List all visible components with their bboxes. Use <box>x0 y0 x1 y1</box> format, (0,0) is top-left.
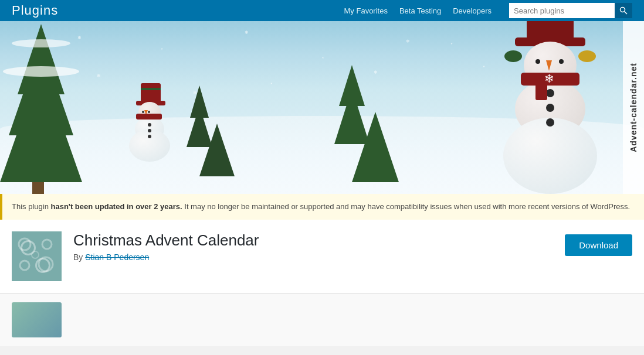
snowman-big-eye-left <box>535 59 540 64</box>
tree-snow-1 <box>3 66 79 77</box>
snowman-button-2 <box>148 129 151 132</box>
warning-prefix: This plugin <box>12 202 50 211</box>
tree-left <box>0 21 82 194</box>
warning-notice: This plugin hasn't been updated in over … <box>0 194 644 220</box>
snowman-big-button-3 <box>546 118 554 127</box>
tree-middle-right <box>352 77 399 182</box>
snowman-big-eye-right <box>559 59 564 64</box>
snow-scene: ❄ * ❄ * ❄ * ❄ * ❄ * ❄ * ❄ * <box>0 21 644 194</box>
top-navigation: Plugins My Favorites Beta Testing Develo… <box>0 0 644 21</box>
plugin-author-line: By Stian B Pedersen <box>73 252 553 262</box>
svg-rect-2 <box>12 231 62 281</box>
nav-beta-testing[interactable]: Beta Testing <box>399 6 441 15</box>
warning-bold: hasn't been updated in over 2 years. <box>50 202 182 211</box>
hero-banner: ❄ * ❄ * ❄ * ❄ * ❄ * ❄ * ❄ * <box>0 21 644 194</box>
nav-links: My Favorites Beta Testing Developers <box>344 6 492 15</box>
snowman-big-hat-top <box>527 21 574 37</box>
author-prefix: By <box>73 252 85 262</box>
hat-stripe <box>141 88 161 90</box>
search-icon <box>619 6 628 15</box>
warning-suffix: It may no longer be maintained or suppor… <box>182 202 631 211</box>
snowman-button-3 <box>148 135 151 138</box>
snowman-big-button-2 <box>546 104 554 112</box>
nav-my-favorites[interactable]: My Favorites <box>344 6 388 15</box>
hat-top <box>141 83 161 101</box>
snowman-big-body-bottom <box>503 118 597 194</box>
tree-snow-2 <box>12 39 70 47</box>
snowman-big-glove-right <box>578 50 596 62</box>
plugin-info-section: Christmas Advent Calendar By Stian B Ped… <box>0 220 644 293</box>
svg-line-1 <box>625 12 628 15</box>
snowman-small <box>129 129 170 162</box>
plugin-thumbnail-row <box>0 293 644 346</box>
search-input[interactable] <box>509 3 615 18</box>
snowman-big-button-1 <box>546 89 554 97</box>
tree-middle-left <box>199 100 235 176</box>
snowman-scarf <box>136 114 162 120</box>
search-area <box>509 3 632 18</box>
tree-tier-3 <box>18 24 65 94</box>
snowman-big-nose <box>546 60 552 71</box>
snowflake-on-scarf: ❄ <box>544 71 554 86</box>
watermark: Advent-calendar.net <box>623 21 644 194</box>
nav-developers[interactable]: Developers <box>453 6 492 15</box>
watermark-text: Advent-calendar.net <box>629 63 638 152</box>
snowman-button-1 <box>148 123 151 127</box>
download-button[interactable]: Download <box>565 234 632 256</box>
search-button[interactable] <box>615 3 632 18</box>
author-name-link[interactable]: Stian B Pedersen <box>85 252 149 262</box>
snowman-big-glove-left <box>504 50 522 62</box>
svg-point-0 <box>621 8 625 12</box>
snowman-eye-right <box>148 111 150 113</box>
plugin-thumbnail <box>12 302 62 337</box>
plugin-details: Christmas Advent Calendar By Stian B Ped… <box>73 231 553 262</box>
plugin-icon <box>12 231 62 281</box>
page-title: Plugins <box>12 3 58 18</box>
snowman-big: ❄ <box>503 118 597 194</box>
plugin-name: Christmas Advent Calendar <box>73 231 553 250</box>
plugin-icon-svg <box>12 231 62 281</box>
thumbnail-inner <box>12 302 62 337</box>
